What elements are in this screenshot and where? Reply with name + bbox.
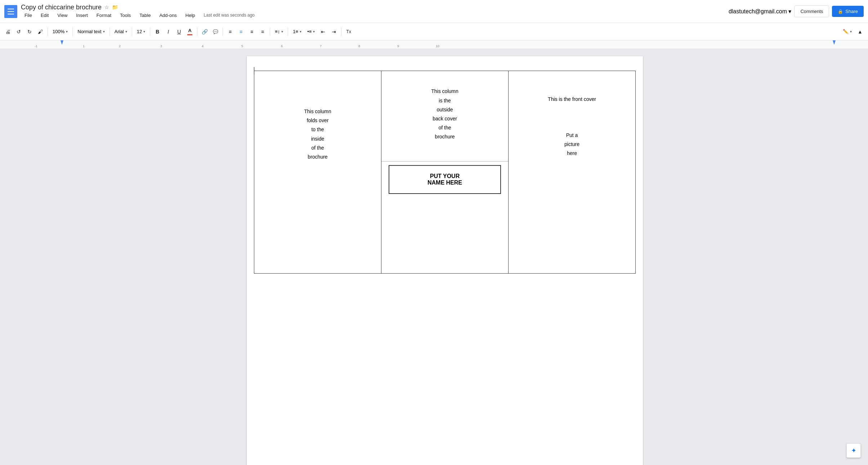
ruler-mark-9: 9 (397, 44, 399, 48)
font-size-arrow-icon: ▾ (143, 30, 145, 34)
ruler-mark-3: 3 (160, 44, 162, 48)
document-page[interactable]: This column folds over to the inside of … (247, 56, 643, 465)
left-margin (0, 49, 29, 465)
lock-icon: 🔒 (838, 9, 843, 14)
document-title[interactable]: Copy of chiccarine brochure (21, 4, 102, 11)
col3-picture: Put a picture here (516, 102, 628, 158)
left-margin-marker[interactable] (61, 40, 63, 45)
italic-button[interactable]: I (163, 27, 173, 37)
bold-button[interactable]: B (152, 27, 162, 37)
ordered-list-dropdown[interactable]: 1≡ ▾ (290, 27, 304, 37)
menu-table[interactable]: Table (136, 11, 154, 19)
brochure-table-row: This column folds over to the inside of … (254, 71, 636, 274)
app-menu-button[interactable] (4, 5, 17, 18)
separator-1 (48, 27, 48, 36)
para-style-arrow-icon: ▾ (103, 30, 105, 34)
menu-bar: File Edit View Insert Format Tools Table… (21, 11, 729, 19)
menu-insert[interactable]: Insert (72, 11, 91, 19)
ol-arrow-icon: ▾ (300, 30, 301, 34)
col2-divider (381, 161, 508, 161)
top-bar: Copy of chiccarine brochure ☆ 📁 File Edi… (0, 0, 868, 23)
separator-3 (109, 27, 110, 36)
folder-icon[interactable]: 📁 (112, 4, 118, 10)
col2-lower (381, 201, 508, 273)
separator-2 (72, 27, 73, 36)
brochure-col3[interactable]: This is the front cover Put a picture he… (509, 71, 636, 274)
ruler-mark-7: 7 (320, 44, 322, 48)
font-dropdown[interactable]: Arial ▾ (112, 27, 130, 37)
comments-button[interactable]: Comments (794, 5, 829, 17)
page-area: This column folds over to the inside of … (29, 49, 861, 465)
font-color-button[interactable]: A (185, 27, 195, 37)
ruler-mark-4: 4 (202, 44, 203, 48)
font-size-dropdown[interactable]: 12 ▾ (134, 27, 148, 37)
paragraph-style-dropdown[interactable]: Normal text ▾ (75, 27, 107, 37)
zoom-dropdown[interactable]: 100% ▾ (50, 27, 70, 37)
ruler-mark-2: 2 (119, 44, 121, 48)
col2-upper: This column is the outside back cover of… (381, 71, 508, 158)
menu-edit[interactable]: Edit (37, 11, 52, 19)
name-box-wrapper: PUT YOUR NAME HERE (381, 165, 508, 201)
underline-button[interactable]: U (174, 27, 184, 37)
star-icon[interactable]: ☆ (104, 4, 109, 10)
col1-content: This column folds over to the inside of … (261, 78, 374, 161)
menu-tools[interactable]: Tools (116, 11, 134, 19)
unordered-list-dropdown[interactable]: •≡ ▾ (305, 27, 317, 37)
separator-7 (223, 27, 223, 36)
ruler-mark-6: 6 (281, 44, 283, 48)
line-spacing-dropdown[interactable]: ≡↕ ▾ (272, 27, 286, 37)
print-button[interactable]: 🖨 (3, 27, 13, 37)
menu-file[interactable]: File (21, 11, 36, 19)
ruler: -1 1 2 3 4 5 6 7 8 9 10 (0, 40, 868, 49)
ul-arrow-icon: ▾ (313, 30, 315, 34)
toolbar: 🖨 ↺ ↻ 🖌 100% ▾ Normal text ▾ Arial ▾ 12 … (0, 23, 868, 40)
link-button[interactable]: 🔗 (200, 27, 210, 37)
paint-format-button[interactable]: 🖌 (35, 27, 45, 37)
undo-button[interactable]: ↺ (14, 27, 24, 37)
decrease-indent-button[interactable]: ⇤ (318, 27, 328, 37)
line-spacing-arrow-icon: ▾ (281, 30, 283, 34)
align-right-button[interactable]: ≡ (247, 27, 257, 37)
ruler-mark-neg1: -1 (35, 44, 37, 48)
menu-help[interactable]: Help (182, 11, 199, 19)
text-cursor (254, 67, 254, 74)
menu-addons[interactable]: Add-ons (156, 11, 180, 19)
ruler-mark-8: 8 (358, 44, 360, 48)
draw-arrow-icon: ▾ (850, 30, 852, 34)
ruler-mark-1: 1 (83, 44, 85, 48)
brochure-table: This column folds over to the inside of … (254, 71, 636, 274)
separator-10 (341, 27, 341, 36)
separator-9 (288, 27, 288, 36)
drawing-tools-dropdown[interactable]: ✏️ ▾ (840, 27, 854, 37)
align-left-button[interactable]: ≡ (225, 27, 235, 37)
last-edit-status: Last edit was seconds ago (204, 13, 255, 18)
increase-indent-button[interactable]: ⇥ (329, 27, 339, 37)
user-email: dlastutech@gmail.com ▾ (729, 8, 792, 15)
clear-formatting-button[interactable]: Tx (344, 27, 354, 37)
font-arrow-icon: ▾ (125, 30, 127, 34)
main-content: This column folds over to the inside of … (0, 49, 868, 465)
separator-4 (132, 27, 132, 36)
redo-button[interactable]: ↻ (24, 27, 35, 37)
align-center-button[interactable]: ≡ (236, 27, 246, 37)
collapse-toolbar-button[interactable]: ▲ (855, 27, 865, 37)
right-margin-marker[interactable] (833, 40, 836, 45)
menu-view[interactable]: View (54, 11, 71, 19)
name-box[interactable]: PUT YOUR NAME HERE (389, 165, 501, 194)
zoom-arrow-icon: ▾ (66, 30, 68, 34)
brochure-col2[interactable]: This column is the outside back cover of… (381, 71, 509, 274)
ruler-mark-10: 10 (436, 44, 439, 48)
justify-button[interactable]: ≡ (258, 27, 268, 37)
ai-assistant-button[interactable]: ✦ (846, 443, 861, 458)
separator-8 (270, 27, 270, 36)
right-controls: dlastutech@gmail.com ▾ Comments 🔒 Share (729, 5, 864, 17)
col3-title: This is the front cover (516, 78, 628, 102)
right-margin (861, 49, 868, 465)
separator-6 (197, 27, 197, 36)
share-button[interactable]: 🔒 Share (832, 6, 864, 17)
comment-button[interactable]: 💬 (210, 27, 220, 37)
menu-format[interactable]: Format (93, 11, 115, 19)
doc-title-area: Copy of chiccarine brochure ☆ 📁 File Edi… (21, 4, 729, 19)
separator-5 (150, 27, 150, 36)
brochure-col1[interactable]: This column folds over to the inside of … (254, 71, 381, 274)
